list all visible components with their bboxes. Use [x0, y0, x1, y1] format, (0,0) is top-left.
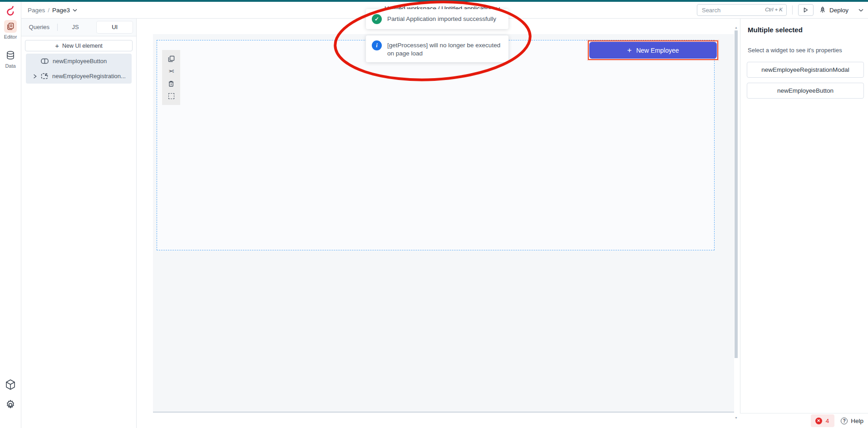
toast-message: Partial Application imported successfull…: [387, 14, 496, 23]
toast-success[interactable]: ✓ Partial Application imported successfu…: [366, 9, 508, 29]
widget-list: newEmployeeButton newEmployeeRegistratio…: [26, 54, 132, 84]
expand-chevron-right-icon[interactable]: [33, 74, 41, 79]
scroll-up-icon[interactable]: ▲: [735, 26, 738, 29]
tab-ui[interactable]: UI: [97, 21, 133, 33]
new-employee-selection-border: + New Employee: [588, 40, 718, 60]
new-employee-button[interactable]: + New Employee: [589, 42, 717, 59]
top-teal-strip: [0, 0, 868, 2]
success-check-icon: ✓: [372, 14, 382, 24]
data-label: Data: [5, 63, 15, 69]
widget-list-item-modal[interactable]: newEmployeeRegistration...: [26, 69, 132, 84]
help-question-icon: ?: [841, 418, 848, 424]
deploy-label: Deploy: [829, 7, 848, 14]
explorer-panel: Queries JS UI + New UI element newEmploy…: [21, 19, 137, 428]
widget-list-item-label: newEmployeeRegistration...: [52, 73, 126, 80]
libraries-cube-icon[interactable]: [0, 379, 21, 391]
editor-pages-icon: [4, 20, 17, 33]
widget-list-item-label: newEmployeeButton: [53, 58, 107, 65]
rocket-icon: [819, 6, 826, 14]
property-panel-title: Multiple selected: [748, 26, 803, 34]
topbar-divider: [792, 5, 793, 15]
deploy-button[interactable]: Deploy: [819, 6, 848, 14]
preview-play-button[interactable]: [798, 4, 814, 16]
sidebar-item-data[interactable]: Data: [0, 49, 21, 69]
settings-gear-icon[interactable]: [0, 399, 21, 411]
help-button[interactable]: ? Help: [841, 418, 863, 424]
widget-list-item-button[interactable]: newEmployeeButton: [26, 54, 132, 69]
new-ui-element-label: New UI element: [62, 43, 103, 49]
left-rail: Editor Data: [0, 2, 21, 428]
status-bar: ✕ 4 ? Help: [740, 413, 868, 428]
editor-label: Editor: [4, 34, 17, 40]
copy-icon[interactable]: [167, 55, 176, 64]
search-input[interactable]: [697, 4, 787, 16]
main-container-selection-outline[interactable]: ✂ + New Employee: [157, 40, 715, 250]
plus-icon: +: [55, 42, 59, 49]
plus-icon: +: [627, 46, 631, 54]
tab-js[interactable]: JS: [58, 21, 94, 33]
errors-badge[interactable]: ✕ 4: [811, 414, 835, 427]
breadcrumb-page-name[interactable]: Page3: [52, 7, 70, 14]
canvas[interactable]: ✂ + New Employee: [153, 34, 735, 413]
database-icon: [4, 49, 17, 62]
toast-message: [getProcesses] will no longer be execute…: [387, 40, 503, 57]
scroll-down-icon[interactable]: ▼: [735, 417, 738, 419]
cut-scissors-icon[interactable]: ✂: [167, 67, 176, 76]
appsmith-editor-window: Pages / Page3 Untitled workspace / Untit…: [0, 0, 868, 428]
breadcrumb-pages[interactable]: Pages: [28, 7, 45, 14]
breadcrumb-separator: /: [48, 7, 49, 14]
info-icon: i: [372, 40, 382, 50]
canvas-scrollbar: ▲ ▼: [734, 19, 739, 426]
property-panel-subtitle: Select a widget to see it's properties: [748, 47, 842, 54]
selected-widget-button-button[interactable]: newEmployeeButton: [747, 83, 864, 99]
tab-queries[interactable]: Queries: [21, 21, 57, 33]
selected-widget-button-modal[interactable]: newEmployeeRegistrationModal: [747, 62, 864, 78]
help-label: Help: [851, 418, 863, 424]
sidebar-item-editor[interactable]: Editor: [0, 20, 21, 40]
modal-widget-icon: [41, 73, 48, 80]
play-icon: [804, 7, 808, 13]
new-employee-button-label: New Employee: [636, 47, 679, 54]
topbar-right-actions: Ctrl + K Deploy: [697, 4, 863, 16]
search-box: Ctrl + K: [697, 4, 787, 16]
scrollbar-thumb[interactable]: [735, 30, 738, 358]
error-count: 4: [826, 418, 829, 424]
breadcrumb: Pages / Page3: [28, 2, 77, 18]
widget-action-toolbar: ✂: [162, 50, 180, 105]
toast-info[interactable]: i [getProcesses] will no longer be execu…: [366, 35, 508, 62]
select-marquee-icon[interactable]: [167, 91, 176, 100]
deploy-chevron-down-icon[interactable]: [858, 9, 863, 12]
property-panel: Multiple selected Select a widget to see…: [740, 19, 868, 413]
delete-trash-icon[interactable]: [167, 79, 176, 88]
error-circle-icon: ✕: [815, 418, 822, 424]
new-ui-element-button[interactable]: + New UI element: [25, 40, 133, 51]
explorer-tabs: Queries JS UI: [21, 19, 136, 36]
appsmith-logo[interactable]: [5, 5, 16, 16]
button-widget-icon: [41, 58, 49, 64]
page-chevron-down-icon[interactable]: [73, 9, 77, 12]
